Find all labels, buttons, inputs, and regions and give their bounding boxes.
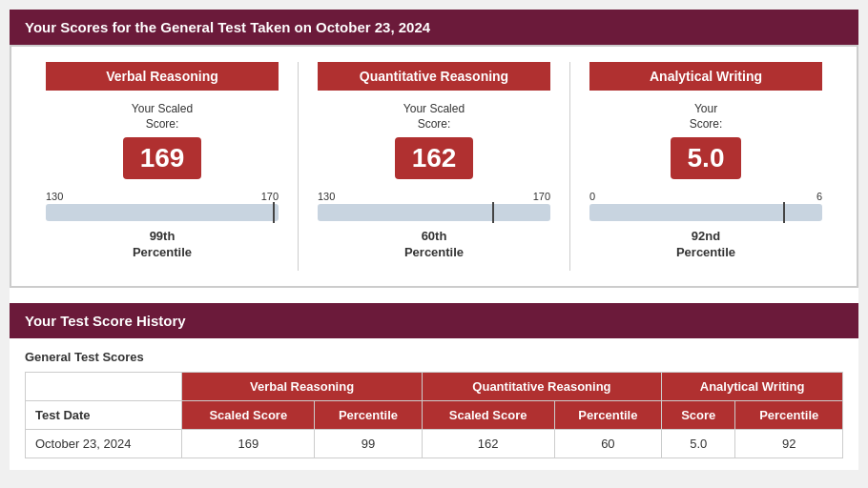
general-test-label: General Test Scores [25, 350, 843, 364]
q-scaled-cell: 162 [422, 429, 554, 458]
table-row: October 23, 2024 169 99 162 60 5.0 92 [26, 429, 843, 458]
v-scaled-header: Scaled Score [182, 400, 315, 429]
verbal-panel-header: Verbal Reasoning [46, 62, 279, 91]
q-scaled-header: Scaled Score [422, 400, 554, 429]
sub-header-row: Test Date Scaled Score Percentile Scaled… [26, 400, 843, 429]
writing-panel: Analytical Writing YourScore: 5.0 0 6 92… [570, 62, 841, 271]
writing-group-header: Analytical Writing [662, 372, 843, 400]
scores-section: Verbal Reasoning Your ScaledScore: 169 1… [10, 45, 858, 288]
scores-grid: Verbal Reasoning Your ScaledScore: 169 1… [11, 47, 857, 286]
a-score-header: Score [662, 400, 735, 429]
col-group-row: Verbal Reasoning Quantitative Reasoning … [26, 372, 843, 400]
writing-bar-labels: 0 6 [589, 191, 822, 202]
writing-marker [783, 202, 785, 223]
quant-panel-header: Quantitative Reasoning [318, 62, 550, 91]
verbal-group-header: Verbal Reasoning [182, 372, 422, 400]
v-percentile-header: Percentile [315, 400, 423, 429]
verbal-scaled-label: Your ScaledScore: [132, 102, 193, 132]
verbal-percentile: 99thPercentile [133, 229, 192, 261]
verbal-marker [273, 202, 275, 223]
verbal-bar-container: 130 170 [46, 191, 279, 221]
history-header-bar: Your Test Score History [10, 303, 858, 338]
verbal-panel: Verbal Reasoning Your ScaledScore: 169 1… [27, 62, 299, 271]
history-table: Verbal Reasoning Quantitative Reasoning … [25, 372, 843, 458]
test-date-cell: October 23, 2024 [26, 429, 182, 458]
verbal-bar-labels: 130 170 [46, 191, 279, 202]
q-percentile-header: Percentile [554, 400, 662, 429]
v-scaled-cell: 169 [182, 429, 315, 458]
empty-header [26, 372, 182, 400]
quant-score-badge: 162 [395, 137, 474, 179]
history-section: General Test Scores Verbal Reasoning Qua… [10, 338, 858, 470]
writing-percentile: 92ndPercentile [676, 229, 735, 261]
scores-header-title: Your Scores for the General Test Taken o… [25, 19, 430, 35]
quant-marker [492, 202, 494, 223]
writing-bar [589, 204, 822, 221]
history-header-title: Your Test Score History [25, 313, 186, 329]
v-percentile-cell: 99 [315, 429, 423, 458]
test-date-th: Test Date [26, 400, 182, 429]
writing-scaled-label: YourScore: [690, 102, 723, 132]
quant-bar-labels: 130 170 [318, 191, 550, 202]
writing-bar-container: 0 6 [589, 191, 822, 221]
a-percentile-header: Percentile [735, 400, 843, 429]
verbal-score-badge: 169 [123, 137, 202, 179]
quant-scaled-label: Your ScaledScore: [403, 102, 465, 132]
scores-header-bar: Your Scores for the General Test Taken o… [10, 10, 858, 45]
quant-percentile: 60thPercentile [404, 229, 464, 261]
quant-panel: Quantitative Reasoning Your ScaledScore:… [299, 62, 570, 271]
quant-bar-container: 130 170 [318, 191, 550, 221]
writing-score-badge: 5.0 [671, 137, 742, 179]
quant-group-header: Quantitative Reasoning [422, 372, 661, 400]
a-percentile-cell: 92 [735, 429, 843, 458]
main-container: Your Scores for the General Test Taken o… [10, 10, 858, 470]
q-percentile-cell: 60 [554, 429, 662, 458]
quant-bar [318, 204, 550, 221]
verbal-bar [46, 204, 279, 221]
writing-panel-header: Analytical Writing [589, 62, 822, 91]
a-score-cell: 5.0 [662, 429, 735, 458]
